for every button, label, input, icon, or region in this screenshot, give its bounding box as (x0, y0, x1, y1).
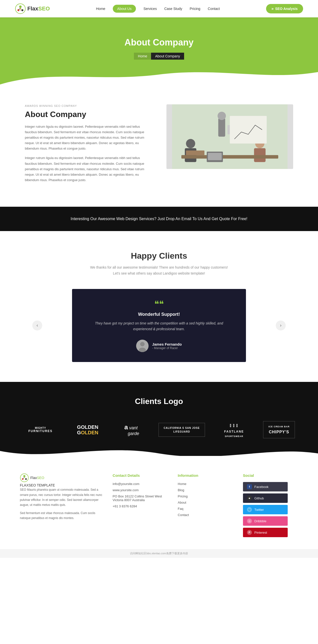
breadcrumb: Home About Company (0, 53, 318, 60)
svg-line-28 (22, 477, 24, 479)
logo-icon (15, 3, 26, 14)
github-button[interactable]: ● Github (243, 494, 288, 503)
logos-grid: MIGHTY FURNITURES GOLDENGOLDEN a vantgar… (20, 418, 298, 441)
github-label: Github (254, 496, 264, 500)
svg-line-5 (20, 8, 22, 10)
header: FlaxSEO Home About Us Services Case Stud… (0, 0, 318, 18)
author-info: James Fernando - Manager of Racer (152, 342, 182, 350)
footer-desc-2: Sed fermentum est vitae rhoncus malesuad… (20, 510, 102, 521)
contact-website: www.yoursite.com (112, 488, 168, 492)
svg-point-10 (218, 112, 226, 120)
svg-point-24 (20, 474, 28, 482)
contact-address: PO Box 16122 Collins Street West Victori… (112, 494, 168, 502)
about-para-1: Integer rutrum ligula eu dignissim laore… (25, 124, 152, 151)
info-link-pricing[interactable]: Pricing (178, 494, 233, 498)
client-logo-1: MIGHTY FURNITURES (23, 424, 58, 436)
footer-desc-1: SEO Mauris pharetra quam ut commodo male… (20, 487, 102, 508)
about-section: AWARDS WINNING SEO COMPANY About Company… (0, 84, 318, 207)
main-nav: Home About Us Services Case Study Pricin… (96, 5, 220, 13)
footer-contact: Contact Details info@yoursite.com www.yo… (112, 473, 168, 539)
svg-line-29 (24, 477, 26, 479)
footer-brand: FlaxSEO FLAXSEO TEMPLATE SEO Mauris phar… (20, 473, 102, 539)
svg-rect-17 (181, 155, 278, 158)
twitter-label: Twitter (254, 508, 264, 512)
about-text: AWARDS WINNING SEO COMPANY About Company… (25, 104, 152, 187)
breadcrumb-home[interactable]: Home (134, 53, 151, 60)
testimonial-wrapper: ‹ ❝❝ Wonderful Support! They have got my… (25, 289, 293, 362)
contact-title: Contact Details (112, 473, 168, 478)
svg-rect-9 (218, 118, 225, 137)
about-title: About Company (25, 110, 152, 119)
logo-text: FlaxSEO (27, 6, 50, 12)
footer-logo-icon (20, 473, 29, 482)
facebook-label: Facebook (254, 485, 268, 489)
pinterest-button[interactable]: P Pinterest (243, 528, 288, 537)
svg-point-12 (186, 139, 195, 148)
client-logo-2: GOLDENGOLDEN (72, 422, 104, 438)
client-logo-6: ICE CREAM BAR CHIPPY'S (263, 421, 295, 438)
svg-line-4 (18, 8, 20, 10)
pinterest-icon: P (247, 530, 252, 535)
testimonial-title: Wonderful Support! (87, 312, 231, 317)
seo-analysis-button[interactable]: SEO Analysis (266, 4, 303, 14)
carousel-next-button[interactable]: › (276, 320, 286, 330)
quote-icon: ❝❝ (87, 299, 231, 309)
pinterest-label: Pinterest (254, 531, 267, 534)
author-name: James Fernando (152, 342, 182, 346)
cta-text: Interesting Our Awesome Web Design Servi… (70, 217, 247, 221)
footer: FlaxSEO FLAXSEO TEMPLATE SEO Mauris phar… (0, 456, 318, 549)
contact-email: info@yoursite.com (112, 482, 168, 486)
author-avatar (136, 340, 148, 352)
dribbble-button[interactable]: ⊙ Dribbble (243, 516, 288, 526)
nav-pricing[interactable]: Pricing (190, 7, 200, 11)
hero-section: About Company Home About Company (0, 18, 318, 84)
svg-rect-20 (208, 153, 222, 160)
footer-template-label: FLAXSEO TEMPLATE (20, 483, 102, 487)
testimonial-author: James Fernando - Manager of Racer (87, 340, 231, 352)
info-link-contact[interactable]: Contact (178, 513, 233, 517)
facebook-icon: f (247, 484, 252, 489)
happy-clients-section: Happy Clients We thanks for all our awes… (0, 231, 318, 382)
nav-case-study[interactable]: Case Study (164, 7, 182, 11)
clients-logo-section: Clients Logo MIGHTY FURNITURES GOLDENGOL… (0, 382, 318, 456)
twitter-button[interactable]: 🐦 Twitter (243, 505, 288, 514)
author-role: - Manager of Racer (152, 346, 182, 350)
svg-rect-16 (230, 116, 267, 143)
dribbble-label: Dribbble (254, 519, 266, 523)
testimonial-text: They have got my project on time with th… (87, 320, 231, 332)
svg-point-25 (23, 475, 25, 477)
nav-contact[interactable]: Contact (208, 7, 220, 11)
footer-social: Social f Facebook ● Github 🐦 Twitter ⊙ D… (243, 473, 298, 539)
svg-point-1 (19, 6, 22, 8)
svg-rect-18 (186, 150, 204, 155)
carousel-prev-button[interactable]: ‹ (32, 320, 42, 330)
nav-services[interactable]: Services (143, 7, 157, 11)
nav-about[interactable]: About Us (113, 5, 136, 13)
dribbble-icon: ⊙ (247, 518, 252, 524)
info-link-home[interactable]: Home (178, 482, 233, 486)
footer-information: Information Home Blog Pricing About Faq … (178, 473, 233, 539)
info-title: Information (178, 473, 233, 478)
client-logo-4: CALIFORNIA S SAN JOSELIFEGUARD (158, 423, 205, 437)
logos-wave (0, 441, 318, 456)
info-link-about[interactable]: About (178, 501, 233, 504)
about-para-2: Integer rutrum ligula eu dignissim laore… (25, 155, 152, 182)
hero-wave (0, 70, 318, 84)
svg-rect-15 (254, 148, 266, 162)
info-link-blog[interactable]: Blog (178, 488, 233, 492)
watermark: 访问蝉知社区bbs.xlenlao.com免费下载更多内容 (0, 549, 318, 558)
breadcrumb-current: About Company (151, 53, 184, 60)
client-logo-5: ⫾⫾⫾ FASTLANESPORTSWEAR (219, 418, 249, 441)
hero-title: About Company (0, 37, 318, 48)
facebook-button[interactable]: f Facebook (243, 482, 288, 492)
info-link-faq[interactable]: Faq (178, 507, 233, 510)
github-icon: ● (247, 496, 252, 501)
testimonial-card: ❝❝ Wonderful Support! They have got my p… (72, 289, 246, 362)
contact-phone: +61 3 8376 6284 (112, 504, 168, 508)
about-image (166, 104, 293, 169)
logo: FlaxSEO (15, 3, 50, 14)
about-badge: AWARDS WINNING SEO COMPANY (25, 104, 152, 107)
clients-subtitle: We thanks for all our awesome testimonia… (25, 264, 293, 276)
twitter-icon: 🐦 (247, 507, 252, 512)
nav-home[interactable]: Home (96, 7, 105, 11)
